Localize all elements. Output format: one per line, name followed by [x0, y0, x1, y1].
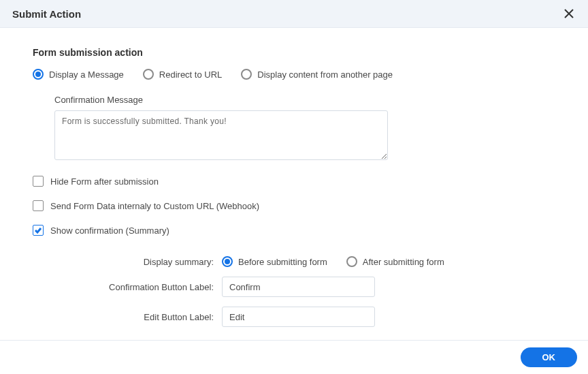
- radio-display-message[interactable]: Display a Message: [33, 69, 124, 80]
- confirmation-button-label-input[interactable]: [222, 277, 375, 297]
- radio-label: After submitting form: [363, 257, 444, 267]
- radio-label: Before submitting form: [238, 257, 327, 267]
- radio-icon: [241, 69, 252, 80]
- checkbox-icon: [33, 225, 44, 236]
- dialog-footer: OK: [0, 340, 588, 374]
- radio-display-content[interactable]: Display content from another page: [241, 69, 393, 80]
- edit-button-label-text: Edit Button Label:: [33, 312, 222, 322]
- confirmation-button-label-row: Confirmation Button Label:: [33, 277, 561, 297]
- radio-label: Redirect to URL: [159, 69, 222, 80]
- confirmation-message-input[interactable]: [54, 110, 388, 160]
- radio-before-submitting[interactable]: Before submitting form: [222, 256, 327, 267]
- confirmation-button-label-text: Confirmation Button Label:: [33, 282, 222, 292]
- checkbox-label: Hide Form after submission: [50, 176, 159, 187]
- section-title: Form submission action: [33, 47, 561, 58]
- radio-icon: [143, 69, 154, 80]
- checkbox-webhook[interactable]: Send Form Data internaly to Custom URL (…: [33, 200, 561, 211]
- radio-label: Display a Message: [49, 69, 124, 80]
- dialog-title: Submit Action: [12, 8, 81, 20]
- summary-section: Display summary: Before submitting form …: [33, 256, 561, 327]
- ok-button[interactable]: OK: [521, 347, 578, 367]
- checkbox-icon: [33, 176, 44, 187]
- checkbox-label: Show confirmation (Summary): [50, 225, 169, 236]
- checkbox-hide-form[interactable]: Hide Form after submission: [33, 176, 561, 187]
- radio-after-submitting[interactable]: After submitting form: [346, 256, 444, 267]
- display-summary-label: Display summary:: [33, 257, 222, 267]
- radio-icon: [222, 256, 233, 267]
- action-radio-group: Display a Message Redirect to URL Displa…: [33, 69, 561, 80]
- checkbox-icon: [33, 200, 44, 211]
- radio-redirect-url[interactable]: Redirect to URL: [143, 69, 222, 80]
- edit-button-label-input[interactable]: [222, 307, 375, 327]
- display-summary-row: Display summary: Before submitting form …: [33, 256, 561, 267]
- close-button[interactable]: [562, 7, 576, 20]
- dialog-header: Submit Action: [0, 0, 588, 28]
- radio-icon: [346, 256, 357, 267]
- edit-button-label-row: Edit Button Label:: [33, 307, 561, 327]
- checkbox-label: Send Form Data internaly to Custom URL (…: [50, 201, 259, 211]
- radio-label: Display content from another page: [257, 69, 393, 80]
- checkbox-show-confirmation[interactable]: Show confirmation (Summary): [33, 225, 561, 236]
- radio-icon: [33, 69, 44, 80]
- display-summary-radios: Before submitting form After submitting …: [222, 256, 444, 267]
- confirmation-message-section: Confirmation Message: [54, 95, 561, 162]
- confirmation-message-label: Confirmation Message: [54, 95, 561, 105]
- dialog-content: Form submission action Display a Message…: [0, 28, 588, 350]
- close-icon: [564, 8, 574, 19]
